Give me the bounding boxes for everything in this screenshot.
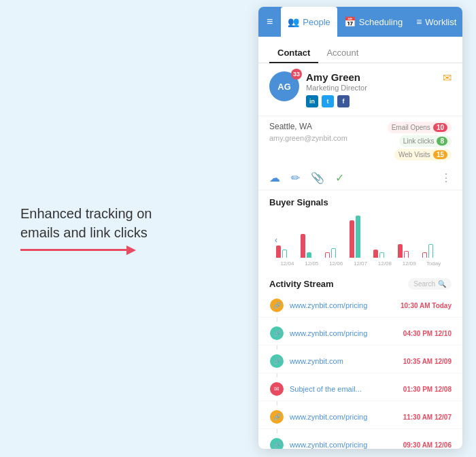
bar-red-1205 <box>301 234 305 258</box>
stats-badges: Email Opens 10 Link clicks 8 Web Visits … <box>388 122 452 160</box>
activity-item: 🔗www.zynbit.com/pricing11:30 AM 12/07 <box>258 405 462 429</box>
search-placeholder: Search <box>413 280 435 288</box>
activity-time: 04:30 PM 12/10 <box>403 330 452 337</box>
chart-bars <box>276 211 445 259</box>
activity-link[interactable]: www.zynbit.com/pricing <box>290 301 395 309</box>
search-icon: 🔍 <box>438 280 446 288</box>
avatar-badge: 33 <box>291 69 302 80</box>
email-notification-icon[interactable]: ✉ <box>443 71 452 84</box>
activity-link[interactable]: www.zynbit.com/pricing <box>290 441 398 449</box>
facebook-icon[interactable]: f <box>337 95 350 107</box>
nav-tab-scheduling-label: Scheduling <box>359 17 403 27</box>
activity-time: 01:30 PM 12/08 <box>403 386 452 393</box>
buyer-signals-chart: ‹ <box>258 211 462 273</box>
bar-outline-red-1209 <box>404 251 409 258</box>
chart-label-1209: 12/09 <box>398 260 420 267</box>
activity-item: 🔗www.zynbit.com/pricing04:30 PM 12/10 <box>258 322 462 345</box>
people-icon: 👥 <box>288 16 299 27</box>
activity-item-wrapper: 🔗www.zynbit.com/pricing11:30 AM 12/07 <box>258 405 462 433</box>
contact-email: amy.green@zynbit.com <box>269 134 388 142</box>
link-inner-icon: 🔗 <box>273 441 281 448</box>
top-nav: ≡ 👥 People 📅 Scheduling ≡ Worklist <box>258 7 462 37</box>
activity-icon-wrap: 🔗 <box>269 298 284 313</box>
bar-outline-teal-today <box>428 244 433 258</box>
bar-outline-red-today <box>422 252 427 258</box>
activity-icon-wrap: 🔗 <box>269 437 284 449</box>
link-inner-icon: 🔗 <box>273 413 281 420</box>
bar-group-today <box>422 244 445 258</box>
web-visits-badge: Web Visits 15 <box>394 149 452 160</box>
link-inner-icon: 🔗 <box>273 358 281 365</box>
bar-red-1208 <box>373 250 378 258</box>
nav-tab-scheduling[interactable]: 📅 Scheduling <box>337 7 409 37</box>
arrow <box>20 249 170 251</box>
bar-red-1209 <box>398 244 403 258</box>
nav-tab-worklist[interactable]: ≡ Worklist <box>409 7 462 37</box>
web-visits-label: Web Visits <box>398 151 430 158</box>
bar-group-1206 <box>325 248 347 258</box>
activity-icon-wrap: 🔗 <box>269 409 284 424</box>
hamburger-menu[interactable]: ≡ <box>264 13 275 31</box>
bar-teal-1207 <box>356 216 360 258</box>
sub-nav: Contact Account <box>258 37 462 63</box>
sub-tab-account[interactable]: Account <box>318 44 367 63</box>
activity-icon-wrap: 🔗 <box>269 354 284 369</box>
contact-location: Seattle, WA <box>269 122 388 131</box>
activity-stream-title: Activity Stream <box>269 279 408 289</box>
activity-time: 10:35 AM 12/09 <box>403 358 452 365</box>
web-visits-count: 15 <box>433 150 447 159</box>
activity-link[interactable]: www.zynbit.com/pricing <box>290 329 398 337</box>
worklist-icon: ≡ <box>416 16 422 27</box>
activity-item-wrapper: 🔗www.zynbit.com/pricing09:30 AM 12/06 <box>258 433 462 449</box>
contact-details: Seattle, WA amy.green@zynbit.com Email O… <box>258 116 462 166</box>
activity-type-dot-orange: 🔗 <box>270 410 284 424</box>
twitter-icon[interactable]: t <box>322 95 334 107</box>
avatar: AG 33 <box>269 71 299 101</box>
activity-time: 09:30 AM 12/06 <box>403 441 452 449</box>
activity-item-wrapper: 🔗www.zynbit.com10:35 AM 12/09 <box>258 350 462 377</box>
activity-item: ✉Subject of the email...01:30 PM 12/08 <box>258 377 462 401</box>
left-annotation: Enhanced tracking on emails and link cli… <box>20 204 170 251</box>
bar-group-1207 <box>350 216 372 258</box>
activity-link[interactable]: www.zynbit.com/pricing <box>290 413 398 421</box>
activity-search[interactable]: Search 🔍 <box>408 278 452 290</box>
edit-icon[interactable]: ✏ <box>291 171 300 184</box>
activity-link[interactable]: www.zynbit.com <box>290 357 398 365</box>
activity-item-wrapper: 🔗www.zynbit.com/pricing10:30 AM Today <box>258 294 462 322</box>
link-clicks-label: Link clicks <box>403 137 435 145</box>
action-bar: ☁ ✏ 📎 ✓ ⋮ <box>258 166 462 190</box>
scheduling-icon: 📅 <box>344 16 356 27</box>
chart-nav-left[interactable]: ‹ <box>275 235 277 245</box>
paperclip-icon[interactable]: 📎 <box>311 171 324 184</box>
chart-label-1204: 12/04 <box>276 260 299 267</box>
contact-name: Amy Green <box>306 71 452 83</box>
activity-type-dot-orange: 🔗 <box>270 299 284 312</box>
linkedin-icon[interactable]: in <box>306 95 318 107</box>
email-inner-icon: ✉ <box>274 386 279 392</box>
bar-red-1204 <box>276 246 281 258</box>
nav-tab-people-label: People <box>303 17 330 27</box>
email-opens-badge: Email Opens 10 <box>388 122 452 133</box>
activity-header: Activity Stream Search 🔍 <box>258 273 462 294</box>
annotation-text: Enhanced tracking on emails and link cli… <box>20 204 170 242</box>
link-inner-icon: 🔗 <box>273 302 281 309</box>
link-clicks-count: 8 <box>437 137 447 146</box>
contact-info: Amy Green Marketing Director in t f <box>306 71 452 107</box>
activity-type-dot-teal: 🔗 <box>270 354 284 368</box>
bar-group-1209 <box>398 244 420 258</box>
activity-item-wrapper: ✉Subject of the email...01:30 PM 12/08 <box>258 377 462 405</box>
check-icon[interactable]: ✓ <box>335 171 344 184</box>
chart-label-1207: 12/07 <box>350 260 372 267</box>
more-options-icon[interactable]: ⋮ <box>441 171 452 184</box>
bar-outline-teal-1208 <box>379 252 384 258</box>
nav-tab-people[interactable]: 👥 People <box>281 7 337 37</box>
chart-label-1208: 12/08 <box>373 260 396 267</box>
bar-red-1207 <box>350 220 354 258</box>
nav-tab-worklist-label: Worklist <box>425 17 456 27</box>
activity-link[interactable]: Subject of the email... <box>290 385 398 393</box>
cloud-icon[interactable]: ☁ <box>269 171 280 184</box>
social-icons: in t f <box>306 95 452 107</box>
sub-tab-contact[interactable]: Contact <box>269 44 318 63</box>
activity-type-dot-red: ✉ <box>270 382 284 396</box>
activity-item-wrapper: 🔗www.zynbit.com/pricing04:30 PM 12/10 <box>258 322 462 350</box>
